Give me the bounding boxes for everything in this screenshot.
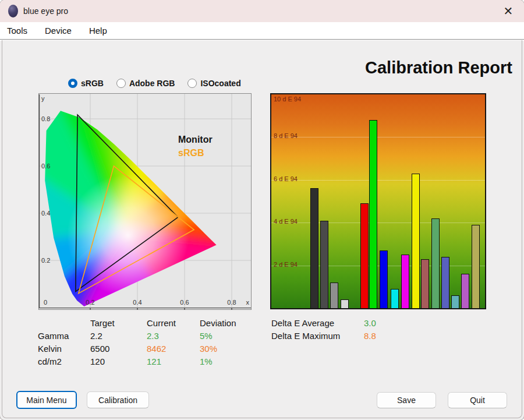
app-window: blue eye pro ✕ Tools Device Help Calibra… bbox=[0, 0, 524, 420]
radio-unselected-icon[interactable] bbox=[116, 79, 126, 88]
legend-monitor: Monitor bbox=[178, 133, 213, 146]
axis-tick-label: 0 bbox=[44, 299, 47, 306]
radio-adobe-rgb[interactable]: Adobe RGB bbox=[116, 79, 175, 88]
row-label-cdm2: cd/m2 bbox=[38, 357, 90, 369]
radio-selected-icon[interactable] bbox=[68, 79, 77, 88]
cdm2-target: 120 bbox=[90, 357, 147, 369]
axis-tick-label: y bbox=[41, 95, 45, 102]
axis-tick-label: 0.8 bbox=[41, 115, 50, 122]
delta-e-bar bbox=[360, 203, 369, 308]
legend-srgb: sRGB bbox=[178, 146, 213, 160]
delta-e-maximum-value: 8.8 bbox=[364, 331, 405, 344]
delta-e-bar bbox=[380, 250, 388, 308]
cie-svg: 0.20.20.40.40.60.60.80.80yx bbox=[38, 93, 252, 310]
menubar: Tools Device Help bbox=[0, 22, 524, 39]
menu-help[interactable]: Help bbox=[89, 26, 107, 36]
delta-e-summary: Delta E Average 3.0 Delta E Maximum 8.8 bbox=[271, 318, 405, 344]
row-label-gamma: Gamma bbox=[38, 331, 90, 344]
col-header-target: Target bbox=[90, 318, 147, 331]
axis-tick-label: 0.2 bbox=[41, 257, 50, 264]
radio-isocoated[interactable]: ISOcoated bbox=[187, 79, 240, 88]
results-table: Target Current Deviation Gamma 2.2 2.3 5… bbox=[38, 318, 255, 369]
cie-chromaticity-diagram: 0.20.20.40.40.60.60.80.80yx Monitor sRGB bbox=[38, 93, 252, 310]
delta-e-bar bbox=[369, 120, 377, 308]
col-header-deviation: Deviation bbox=[200, 318, 255, 331]
delta-e-average-label: Delta E Average bbox=[271, 318, 364, 331]
axis-tick-label: 0.4 bbox=[41, 210, 50, 217]
gamut-selector: sRGB Adobe RGB ISOcoated bbox=[68, 79, 241, 88]
gamma-deviation: 5% bbox=[200, 331, 255, 344]
axis-tick-label: x bbox=[246, 299, 250, 306]
radio-unselected-icon[interactable] bbox=[187, 79, 197, 88]
titlebar: blue eye pro ✕ bbox=[0, 0, 524, 22]
cdm2-deviation: 1% bbox=[200, 357, 255, 369]
page-title: Calibration Report bbox=[365, 58, 512, 77]
delta-e-chart: 10 d E 948 d E 946 d E 944 d E 942 d E 9… bbox=[270, 93, 486, 309]
bar-chart-ytick-label: 6 d E 94 bbox=[274, 175, 298, 182]
delta-e-bar bbox=[472, 225, 480, 308]
gamma-current: 2.3 bbox=[147, 331, 200, 344]
col-header-current: Current bbox=[147, 318, 200, 331]
delta-e-bar bbox=[421, 259, 429, 308]
bar-chart-ytick-label: 2 d E 94 bbox=[274, 261, 298, 268]
delta-e-bar bbox=[310, 188, 318, 308]
bar-chart-ytick-label: 10 d E 94 bbox=[274, 96, 301, 103]
kelvin-target: 6500 bbox=[90, 344, 147, 357]
main-menu-button[interactable]: Main Menu bbox=[16, 391, 77, 409]
menu-device[interactable]: Device bbox=[45, 26, 72, 36]
delta-e-bar bbox=[330, 283, 338, 308]
gamma-target: 2.2 bbox=[90, 331, 147, 344]
kelvin-current: 8462 bbox=[147, 344, 200, 357]
axis-tick-label: 0.6 bbox=[41, 163, 50, 170]
delta-e-bar bbox=[412, 174, 420, 308]
bar-chart-gridline bbox=[271, 137, 485, 137]
delta-e-bar bbox=[441, 257, 449, 308]
delta-e-bar bbox=[461, 274, 469, 308]
save-button[interactable]: Save bbox=[377, 392, 436, 408]
delta-e-bar bbox=[391, 289, 399, 308]
kelvin-deviation: 30% bbox=[200, 344, 255, 357]
delta-e-bar bbox=[451, 295, 459, 308]
calibration-button[interactable]: Calibration bbox=[87, 391, 149, 408]
delta-e-maximum-label: Delta E Maximum bbox=[271, 331, 364, 344]
bar-chart-gridline bbox=[271, 266, 485, 266]
delta-e-bar bbox=[341, 299, 349, 308]
cdm2-current: 121 bbox=[147, 357, 200, 369]
quit-button[interactable]: Quit bbox=[448, 392, 507, 408]
delta-e-average-value: 3.0 bbox=[364, 318, 405, 331]
app-icon bbox=[8, 5, 18, 17]
radio-srgb[interactable]: sRGB bbox=[68, 79, 104, 88]
delta-e-bar bbox=[401, 255, 409, 308]
axis-tick-label: 0.8 bbox=[227, 299, 236, 306]
bar-chart-ytick-label: 8 d E 94 bbox=[274, 132, 298, 139]
menu-tools[interactable]: Tools bbox=[7, 26, 27, 36]
axis-tick-label: 0.6 bbox=[180, 299, 189, 306]
bar-chart-ytick-label: 4 d E 94 bbox=[274, 218, 298, 225]
gamut-legend: Monitor sRGB bbox=[178, 133, 213, 160]
window-title: blue eye pro bbox=[23, 0, 68, 22]
bar-chart-gridline bbox=[271, 180, 485, 181]
row-label-kelvin: Kelvin bbox=[38, 344, 90, 357]
axis-tick-label: 0.4 bbox=[133, 299, 141, 306]
delta-e-bar bbox=[320, 221, 328, 308]
delta-e-bar bbox=[431, 218, 440, 308]
bar-chart-gridline bbox=[271, 223, 485, 223]
close-icon[interactable]: ✕ bbox=[498, 2, 518, 20]
axis-tick-label: 0.2 bbox=[86, 299, 94, 306]
